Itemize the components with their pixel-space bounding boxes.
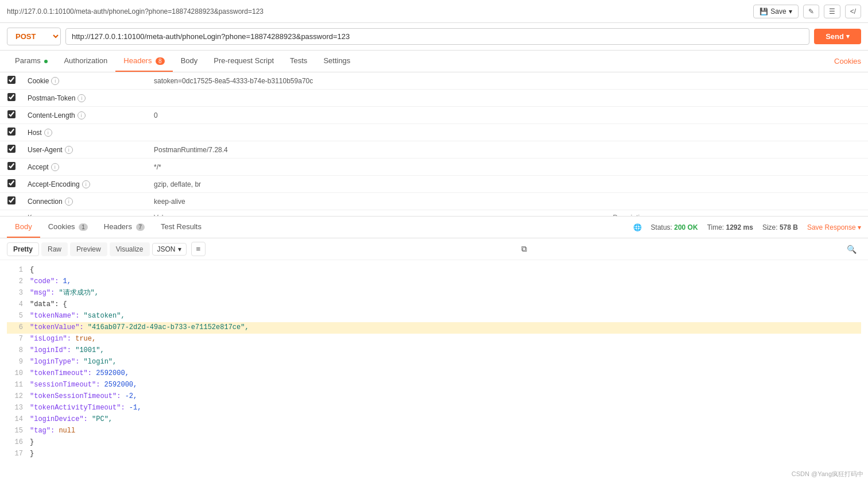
json-line: 11 "sessionTimeout": 2592000, [7, 380, 861, 391]
table-row: Connection i keep-alive [0, 193, 868, 210]
json-line: 7 "isLogin": true, [7, 334, 861, 345]
request-tabs-bar: Params Authorization Headers 8 Body Pre-… [0, 51, 868, 72]
collapse-icon: </ [850, 7, 856, 16]
save-button[interactable]: 💾 Save ▾ [753, 5, 798, 18]
header-description [608, 176, 868, 193]
edit-icon: ✎ [808, 7, 814, 16]
json-line: 9 "loginType": "login", [7, 357, 861, 368]
info-icon[interactable]: i [78, 94, 86, 102]
json-line: 14 "loginDevice": "PC", [7, 414, 861, 426]
json-line: 3 "msg": "请求成功", [7, 288, 861, 299]
tab-body[interactable]: Body [173, 51, 206, 72]
format-select[interactable]: JSON ▾ [152, 243, 187, 256]
header-description [608, 141, 868, 159]
response-tab-body[interactable]: Body [7, 217, 40, 238]
collapse-button[interactable]: </ [845, 5, 861, 18]
header-description [608, 193, 868, 210]
tab-tests[interactable]: Tests [282, 51, 315, 72]
watermark: CSDN @Yang疯狂打码中 [792, 470, 863, 478]
json-content-wrapper: 1{2 "code": 1,3 "msg": "请求成功",4 "data": … [0, 260, 868, 483]
header-checkbox[interactable] [7, 110, 16, 118]
filter-icon: ≡ [196, 245, 201, 253]
doc-icon: ☰ [829, 7, 835, 16]
cookies-link[interactable]: Cookies [834, 57, 861, 65]
header-value [149, 124, 608, 141]
response-tab-test-results[interactable]: Test Results [153, 217, 210, 238]
info-icon[interactable]: i [65, 198, 73, 206]
info-icon[interactable]: i [51, 77, 59, 85]
filter-button[interactable]: ≡ [191, 242, 206, 256]
header-checkbox[interactable] [7, 145, 16, 153]
header-value: satoken=0dc17525-8ea5-4333-b74e-b3110b59… [149, 72, 608, 90]
header-value: */* [149, 159, 608, 176]
top-bar: http://127.0.0.1:10100/meta-auth/phoneLo… [0, 0, 868, 23]
cookies-badge: 1 [79, 223, 88, 231]
raw-button[interactable]: Raw [41, 242, 68, 256]
search-icon: 🔍 [847, 245, 857, 254]
header-checkbox[interactable] [7, 76, 16, 84]
tab-prerequest[interactable]: Pre-request Script [206, 51, 282, 72]
table-row: Postman-Token i [0, 90, 868, 107]
header-key-label: Content-Length [28, 111, 75, 119]
response-tab-cookies[interactable]: Cookies 1 [40, 217, 96, 238]
save-response-button[interactable]: Save Response ▾ [807, 223, 861, 231]
json-line: 10 "tokenTimeout": 2592000, [7, 368, 861, 380]
table-row: Accept i */* [0, 159, 868, 176]
response-size: 578 B [780, 223, 798, 231]
params-dot [44, 60, 48, 63]
copy-button[interactable]: ⧉ [517, 242, 532, 256]
request-bar: POST GET PUT DELETE Send ▾ [0, 23, 868, 51]
tab-params[interactable]: Params [7, 51, 56, 72]
header-description [608, 72, 868, 90]
json-line: 13 "tokenActivityTimeout": -1, [7, 403, 861, 414]
json-line: 5 "tokenName": "satoken", [7, 311, 861, 322]
header-description [608, 107, 868, 124]
url-input[interactable] [65, 28, 809, 45]
header-key-label: User-Agent [28, 146, 63, 154]
preview-button[interactable]: Preview [70, 242, 107, 256]
table-row: Content-Length i 0 [0, 107, 868, 124]
header-description [608, 90, 868, 107]
send-button[interactable]: Send ▾ [814, 29, 861, 44]
header-checkbox[interactable] [7, 196, 16, 204]
response-tab-headers[interactable]: Headers 7 [96, 217, 153, 238]
top-bar-actions: 💾 Save ▾ ✎ ☰ </ [753, 5, 861, 18]
resp-headers-badge: 7 [136, 223, 145, 231]
header-checkbox[interactable] [7, 127, 16, 136]
header-value: keep-alive [149, 193, 608, 210]
new-key-row [0, 210, 868, 217]
save-icon: 💾 [760, 7, 768, 16]
json-content: 1{2 "code": 1,3 "msg": "请求成功",4 "data": … [0, 260, 868, 465]
info-icon[interactable]: i [78, 111, 86, 119]
search-button[interactable]: 🔍 [842, 242, 861, 256]
header-checkbox[interactable] [7, 93, 16, 101]
info-icon[interactable]: i [82, 180, 90, 188]
tab-authorization[interactable]: Authorization [56, 51, 115, 72]
edit-button[interactable]: ✎ [803, 5, 819, 18]
json-line: 4 "data": { [7, 299, 861, 311]
headers-badge: 8 [156, 57, 165, 65]
method-select[interactable]: POST GET PUT DELETE [7, 28, 61, 45]
tab-headers[interactable]: Headers 8 [115, 51, 172, 72]
pretty-button[interactable]: Pretty [7, 242, 39, 256]
header-key-label: Accept [28, 163, 49, 171]
info-icon[interactable]: i [44, 129, 52, 137]
info-icon[interactable]: i [65, 146, 73, 154]
header-checkbox[interactable] [7, 179, 16, 187]
table-row: Cookie i satoken=0dc17525-8ea5-4333-b74e… [0, 72, 868, 90]
json-line: 16 } [7, 437, 861, 449]
json-line: 2 "code": 1, [7, 276, 861, 288]
info-icon[interactable]: i [51, 163, 59, 171]
table-row: Host i [0, 124, 868, 141]
visualize-button[interactable]: Visualize [110, 242, 150, 256]
header-value [149, 90, 608, 107]
json-line: 15 "tag": null [7, 426, 861, 437]
response-toolbar: Pretty Raw Preview Visualize JSON ▾ ≡ ⧉ [0, 238, 868, 260]
tab-settings[interactable]: Settings [315, 51, 358, 72]
json-line: 17} [7, 449, 861, 460]
headers-table: Cookie i satoken=0dc17525-8ea5-4333-b74e… [0, 72, 868, 216]
doc-button[interactable]: ☰ [824, 5, 840, 18]
response-section: Body Cookies 1 Headers 7 Test Results 🌐 … [0, 216, 868, 483]
json-line: 6 "tokenValue": "416ab077-2d2d-49ac-b733… [7, 322, 861, 334]
header-checkbox[interactable] [7, 162, 16, 170]
